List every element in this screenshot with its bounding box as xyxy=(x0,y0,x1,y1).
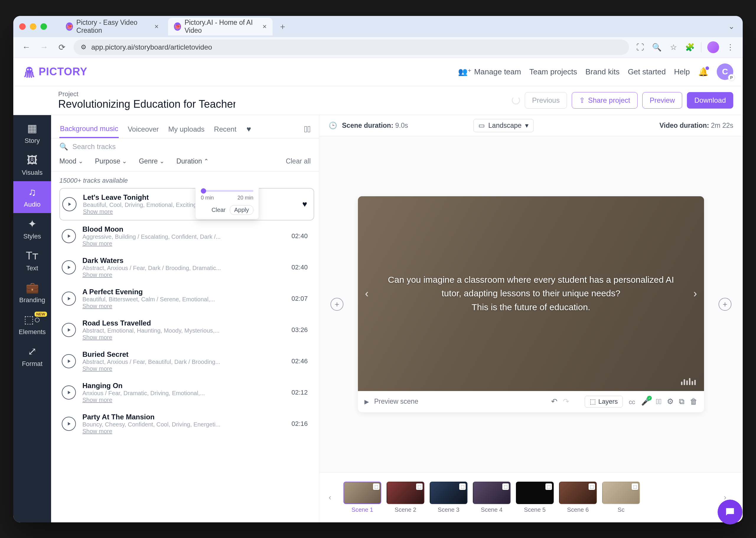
show-more-link[interactable]: Show more xyxy=(83,208,296,215)
show-more-link[interactable]: Show more xyxy=(83,365,285,372)
undo-icon[interactable]: ↶ xyxy=(551,397,557,406)
scene-thumbnail[interactable]: ⬚Scene 5 xyxy=(516,482,554,513)
cc-icon[interactable]: ㏄ xyxy=(628,396,636,407)
popover-apply[interactable]: Apply xyxy=(230,205,253,215)
orientation-select[interactable]: ▭ Landscape ▾ xyxy=(473,119,534,132)
previous-button[interactable]: Previous xyxy=(525,92,567,109)
track-list[interactable]: 0 min 0 min20 min Clear Apply Let's Leav… xyxy=(51,188,319,522)
download-button[interactable]: Download xyxy=(687,92,733,109)
track-row[interactable]: Hanging OnAnxious / Fear, Dramatic, Driv… xyxy=(59,377,314,408)
play-track-button[interactable] xyxy=(62,385,76,400)
sidebar-item-elements[interactable]: NEW⬚○Elements xyxy=(13,309,51,341)
delete-icon[interactable]: 🗑 xyxy=(690,397,698,406)
forward-button[interactable]: → xyxy=(38,41,50,53)
sidebar-item-story[interactable]: ▦Story xyxy=(13,118,51,149)
play-track-button[interactable] xyxy=(62,323,76,337)
back-button[interactable]: ← xyxy=(20,41,32,53)
show-more-link[interactable]: Show more xyxy=(83,240,285,247)
track-row[interactable]: Buried SecretAbstract, Anxious / Fear, B… xyxy=(59,346,314,377)
user-menu[interactable]: C P xyxy=(717,64,733,80)
scene-layers-icon[interactable]: ⬚ xyxy=(546,483,552,490)
bookmark-icon[interactable]: ☆ xyxy=(668,42,679,53)
layers-button[interactable]: ⬚Layers xyxy=(585,396,623,407)
settings-icon[interactable]: ⚙ xyxy=(667,397,673,406)
filter-duration[interactable]: Duration⌃ xyxy=(176,157,209,165)
clear-all-filters[interactable]: Clear all xyxy=(286,157,311,165)
browser-tab-inactive[interactable]: 🐙 Pictory - Easy Video Creation × xyxy=(60,18,164,35)
slider-thumb[interactable] xyxy=(201,188,206,193)
close-window[interactable] xyxy=(19,23,26,30)
share-project-button[interactable]: ⇪ Share project xyxy=(572,92,638,109)
video-canvas[interactable]: ‹ Can you imagine a classroom where ever… xyxy=(358,196,704,391)
close-tab-icon[interactable]: × xyxy=(154,23,158,31)
show-more-link[interactable]: Show more xyxy=(83,334,285,341)
track-row[interactable]: Let's Leave TonightBeautiful, Cool, Driv… xyxy=(59,188,314,220)
mute-toggle-icon[interactable]: 🔈⃠ xyxy=(304,124,311,134)
next-scene-arrow[interactable]: › xyxy=(693,288,697,300)
add-scene-before[interactable]: ＋ xyxy=(330,298,343,311)
maximize-window[interactable] xyxy=(40,23,47,30)
mic-icon[interactable]: 🎤✓ xyxy=(641,397,651,406)
sidebar-item-format[interactable]: ⤢Format xyxy=(13,341,51,372)
scene-thumbnail[interactable]: ⬚Scene 4 xyxy=(473,482,511,513)
filter-mood[interactable]: Mood⌄ xyxy=(59,157,83,165)
get-started-link[interactable]: Get started xyxy=(628,67,666,77)
show-more-link[interactable]: Show more xyxy=(83,303,285,309)
scene-layers-icon[interactable]: ⬚ xyxy=(416,483,423,490)
prev-scene-arrow[interactable]: ‹ xyxy=(365,288,369,300)
popover-clear[interactable]: Clear xyxy=(211,207,226,213)
track-row[interactable]: Dark WatersAbstract, Anxious / Fear, Dar… xyxy=(59,252,314,283)
sidebar-item-audio[interactable]: ♫Audio xyxy=(13,181,51,213)
filter-purpose[interactable]: Purpose⌄ xyxy=(95,157,127,165)
close-tab-icon[interactable]: × xyxy=(262,23,267,31)
site-settings-icon[interactable]: ⚙ xyxy=(81,43,87,51)
scene-layers-icon[interactable]: ⬚ xyxy=(632,483,638,490)
show-more-link[interactable]: Show more xyxy=(83,428,285,435)
minimize-window[interactable] xyxy=(30,23,36,30)
logo[interactable]: PICTORY xyxy=(23,65,87,78)
kebab-menu-icon[interactable]: ⋮ xyxy=(725,42,736,53)
sidebar-item-styles[interactable]: ✦Styles xyxy=(13,213,51,245)
browser-tab-active[interactable]: 🐙 Pictory.AI - Home of AI Video × xyxy=(168,18,272,35)
filter-genre[interactable]: Genre⌄ xyxy=(139,157,164,165)
favorites-tab-icon[interactable]: ♥ xyxy=(247,125,251,134)
play-scene-icon[interactable]: ▶ xyxy=(365,398,369,405)
tab-background-music[interactable]: Background music xyxy=(59,120,119,138)
sidebar-item-branding[interactable]: 💼Branding xyxy=(13,277,51,309)
brand-kits-link[interactable]: Brand kits xyxy=(585,67,619,77)
track-row[interactable]: Road Less TravelledAbstract, Emotional, … xyxy=(59,314,314,346)
screenshot-icon[interactable]: ⛶ xyxy=(635,42,646,53)
team-projects-link[interactable]: Team projects xyxy=(529,67,577,77)
scene-layers-icon[interactable]: ⬚ xyxy=(502,483,509,490)
project-title[interactable]: Revolutionizing Education for Teachers w… xyxy=(58,98,235,110)
extensions-icon[interactable]: 🧩 xyxy=(684,42,695,53)
crop-icon[interactable]: ✕⃞ xyxy=(656,397,662,406)
zoom-icon[interactable]: 🔍 xyxy=(652,42,662,53)
scene-thumbnail[interactable]: ⬚Sc xyxy=(602,482,640,513)
search-tracks-input[interactable] xyxy=(72,142,311,151)
tab-recent[interactable]: Recent xyxy=(213,121,237,137)
duration-slider[interactable] xyxy=(201,190,253,192)
chevron-down-icon[interactable]: ⌄ xyxy=(726,21,737,32)
tab-voiceover[interactable]: Voiceover xyxy=(127,121,159,137)
duplicate-icon[interactable]: ⧉ xyxy=(679,397,684,406)
preview-button[interactable]: Preview xyxy=(642,92,682,109)
play-track-button[interactable] xyxy=(62,417,76,431)
scene-layers-icon[interactable]: ⬚ xyxy=(459,483,466,490)
sidebar-item-visuals[interactable]: 🖼Visuals xyxy=(13,149,51,181)
timeline-prev[interactable]: ‹ xyxy=(329,493,338,502)
favorite-icon[interactable]: ♥ xyxy=(302,199,307,209)
track-row[interactable]: Blood MoonAggressive, Building / Escalat… xyxy=(59,220,314,252)
sidebar-item-text[interactable]: TᴛText xyxy=(13,245,51,277)
scene-thumbnail[interactable]: ⬚Scene 6 xyxy=(559,482,597,513)
help-link[interactable]: Help xyxy=(674,67,690,77)
url-input[interactable]: ⚙ app.pictory.ai/storyboard/articletovid… xyxy=(74,39,629,55)
play-track-button[interactable] xyxy=(62,292,76,306)
reload-button[interactable]: ⟳ xyxy=(56,41,68,53)
scene-thumbnail[interactable]: ⬚Scene 3 xyxy=(430,482,467,513)
new-tab-button[interactable]: ＋ xyxy=(276,20,289,33)
redo-icon[interactable]: ↷ xyxy=(563,397,569,406)
scene-thumbnail[interactable]: ⬚Scene 2 xyxy=(386,482,424,513)
play-track-button[interactable] xyxy=(62,229,76,243)
manage-team-link[interactable]: 👥⁺ Manage team xyxy=(458,67,521,77)
